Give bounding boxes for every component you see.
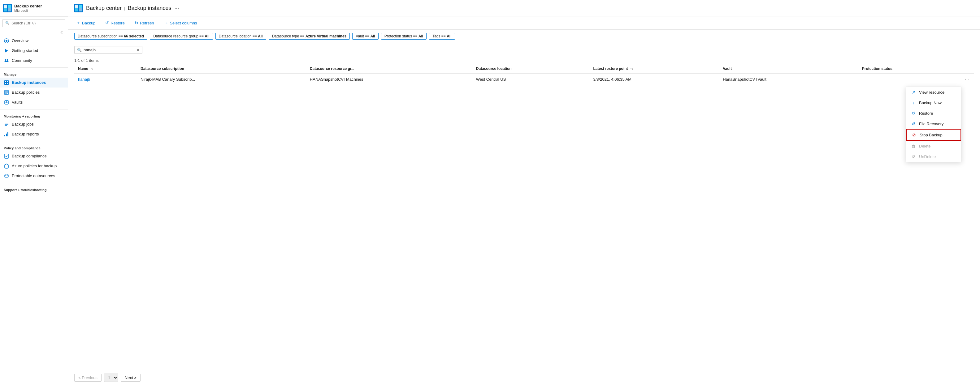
context-menu: ↗ View resource ↓ Backup Now ↺ Restore ↺…	[906, 87, 961, 162]
collapse-sidebar-button[interactable]: «	[60, 30, 63, 35]
table-area: Name ↑↓ Datasource subscription Datasour…	[68, 64, 980, 371]
filter-tags[interactable]: Tags == All	[429, 33, 455, 40]
svg-point-6	[6, 40, 8, 42]
table-search-icon: 🔍	[77, 48, 82, 52]
filter-datasource-location[interactable]: Datasource location == All	[215, 33, 266, 40]
sidebar-item-getting-started[interactable]: Getting started	[0, 46, 68, 55]
community-icon	[4, 58, 9, 63]
select-columns-label: Select columns	[170, 21, 197, 25]
view-resource-label: View resource	[919, 90, 944, 95]
sidebar-item-azure-policies[interactable]: Azure policies for backup	[0, 161, 68, 171]
col-latest-restore-point[interactable]: Latest restore point ↑↓	[590, 64, 719, 74]
sidebar: Backup center Microsoft 🔍 « Overview Get…	[0, 0, 68, 385]
page-title-main: Backup center	[86, 5, 122, 11]
svg-rect-13	[5, 83, 6, 84]
svg-marker-7	[5, 49, 8, 52]
sidebar-item-backup-instances-label: Backup instances	[12, 80, 46, 85]
context-menu-restore[interactable]: ↺ Restore	[906, 108, 961, 119]
restore-label: Restore	[919, 111, 933, 116]
app-logo	[3, 4, 12, 13]
col-datasource-resource-group[interactable]: Datasource resource gr...	[306, 64, 473, 74]
sidebar-item-azure-policies-label: Azure policies for backup	[12, 163, 57, 168]
page-header-more-button[interactable]: ···	[175, 5, 179, 11]
sidebar-item-backup-compliance[interactable]: Backup compliance	[0, 151, 68, 161]
refresh-button[interactable]: ↻ Refresh	[133, 19, 156, 27]
sidebar-item-backup-jobs[interactable]: Backup jobs	[0, 119, 68, 129]
search-area: 🔍 ✕	[68, 43, 980, 57]
row-more-button[interactable]: ···	[965, 77, 969, 82]
sidebar-search[interactable]: 🔍	[3, 19, 65, 27]
file-recovery-icon: ↺	[911, 121, 916, 126]
restore-button[interactable]: ↺ Restore	[103, 19, 127, 27]
col-datasource-location[interactable]: Datasource location	[473, 64, 590, 74]
svg-point-9	[7, 59, 8, 60]
cell-datasource-subscription: Nirajk-MAB Canary Subscrip...	[137, 74, 306, 85]
toolbar: ＋ Backup ↺ Restore ↻ Refresh → Select co…	[68, 16, 980, 30]
context-menu-stop-backup[interactable]: ⊘ Stop Backup	[906, 129, 961, 141]
svg-rect-1	[4, 5, 7, 8]
page-select[interactable]: 1	[104, 374, 118, 382]
previous-page-button[interactable]: < Previous	[74, 374, 102, 382]
sidebar-item-protectable-datasources[interactable]: Protectable datasources	[0, 171, 68, 181]
table-row: hanajb Nirajk-MAB Canary Subscrip... HAN…	[74, 74, 974, 85]
select-columns-icon: →	[164, 21, 168, 25]
sidebar-item-backup-reports[interactable]: Backup reports	[0, 129, 68, 139]
support-section-label: Support + troubleshooting	[0, 185, 68, 193]
cell-name[interactable]: hanajb	[74, 74, 137, 85]
filter-datasource-subscription[interactable]: Datasource subscription == 66 selected	[74, 33, 147, 40]
sidebar-item-backup-instances[interactable]: Backup instances	[0, 78, 68, 87]
sidebar-item-community[interactable]: Community	[0, 55, 68, 65]
table-search-clear-icon[interactable]: ✕	[137, 48, 140, 52]
pagination: < Previous 1 Next >	[68, 371, 980, 385]
sidebar-search-input[interactable]	[11, 21, 62, 25]
delete-label: Delete	[919, 144, 931, 149]
col-protection-status[interactable]: Protection status	[858, 64, 961, 74]
filter-datasource-type[interactable]: Datasource type == Azure Virtual machine…	[269, 33, 350, 40]
col-actions	[961, 64, 974, 74]
sidebar-item-vaults[interactable]: Vaults	[0, 97, 68, 107]
cell-row-actions[interactable]: ···	[961, 74, 974, 85]
item-count: 1-1 of 1 items	[68, 57, 980, 64]
svg-rect-11	[5, 81, 6, 82]
context-menu-backup-now[interactable]: ↓ Backup Now	[906, 97, 961, 108]
getting-started-icon	[4, 48, 9, 54]
cell-vault: HanaSnapshotCVTVault	[719, 74, 858, 85]
undelete-icon: ↺	[911, 154, 916, 159]
context-menu-file-recovery[interactable]: ↺ File Recovery	[906, 119, 961, 129]
col-vault[interactable]: Vault	[719, 64, 858, 74]
backup-policies-icon	[4, 90, 9, 95]
backup-button[interactable]: ＋ Backup	[74, 19, 97, 27]
sidebar-header: Backup center Microsoft	[0, 0, 68, 17]
sidebar-item-overview[interactable]: Overview	[0, 36, 68, 46]
backup-button-icon: ＋	[76, 20, 81, 26]
table-search-input[interactable]	[84, 48, 137, 52]
backup-button-label: Backup	[82, 21, 95, 25]
svg-rect-26	[6, 133, 7, 136]
page-title-sub: Backup instances	[127, 5, 171, 11]
next-page-button[interactable]: Next >	[121, 374, 140, 382]
filter-protection-status[interactable]: Protection status == All	[381, 33, 426, 40]
filter-vault[interactable]: Vault == All	[352, 33, 379, 40]
col-datasource-subscription[interactable]: Datasource subscription	[137, 64, 306, 74]
app-name-label: Backup center	[14, 4, 42, 9]
sidebar-item-getting-started-label: Getting started	[12, 48, 38, 53]
select-columns-button[interactable]: → Select columns	[162, 19, 199, 27]
table-search-box[interactable]: 🔍 ✕	[74, 46, 142, 54]
filter-datasource-resource-group[interactable]: Datasource resource group == All	[150, 33, 213, 40]
backup-now-icon: ↓	[911, 100, 916, 105]
undelete-label: UnDelete	[919, 154, 936, 159]
svg-rect-31	[75, 5, 78, 8]
sidebar-item-backup-policies[interactable]: Backup policies	[0, 87, 68, 97]
backup-instances-icon	[4, 80, 9, 86]
sidebar-item-vaults-label: Vaults	[12, 100, 22, 105]
svg-rect-27	[8, 132, 8, 136]
col-name[interactable]: Name ↑↓	[74, 64, 137, 74]
refresh-button-icon: ↻	[135, 21, 138, 25]
svg-rect-12	[7, 81, 8, 82]
context-menu-view-resource[interactable]: ↗ View resource	[906, 87, 961, 97]
app-microsoft-label: Microsoft	[14, 9, 42, 13]
main-content: Backup center | Backup instances ··· ＋ B…	[68, 0, 980, 385]
filter-bar: Datasource subscription == 66 selected D…	[68, 30, 980, 43]
file-recovery-label: File Recovery	[919, 122, 943, 126]
vaults-icon	[4, 100, 9, 105]
